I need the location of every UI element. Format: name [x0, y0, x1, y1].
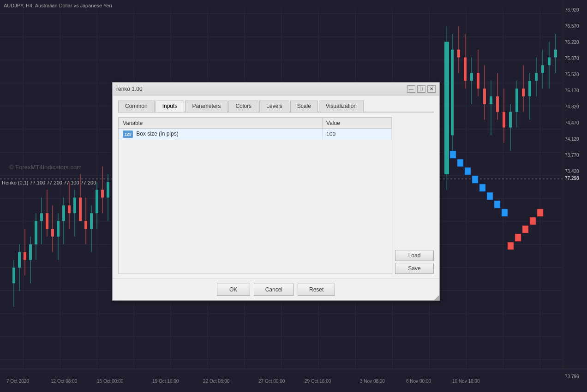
dialog-footer: OK Cancel Reset: [113, 279, 439, 300]
ok-button[interactable]: OK: [217, 284, 250, 296]
table-wrapper: Variable Value 123 Box size (in pips): [118, 117, 392, 274]
tab-levels[interactable]: Levels: [259, 101, 289, 112]
dialog-body: Common Inputs Parameters Colors Levels S…: [113, 95, 439, 279]
content-area: Variable Value 123 Box size (in pips): [118, 117, 434, 274]
cancel-button[interactable]: Cancel: [254, 284, 294, 296]
table-container: Variable Value 123 Box size (in pips): [118, 117, 392, 274]
tab-visualization[interactable]: Visualization: [319, 101, 364, 112]
var-type-icon: 123: [123, 131, 133, 138]
tab-scale[interactable]: Scale: [290, 101, 318, 112]
value-cell[interactable]: 100: [323, 129, 392, 140]
dialog-title: renko 1.00: [116, 86, 143, 92]
close-button[interactable]: ✕: [427, 85, 436, 93]
reset-button[interactable]: Reset: [298, 284, 335, 296]
maximize-button[interactable]: □: [417, 85, 425, 93]
table-scroll[interactable]: Variable Value 123 Box size (in pips): [119, 118, 392, 273]
col-value-header: Value: [323, 118, 392, 129]
dialog-titlebar: renko 1.00 — □ ✕: [113, 83, 439, 95]
save-button[interactable]: Save: [395, 263, 434, 274]
right-buttons: Load Save: [392, 117, 434, 274]
tab-parameters[interactable]: Parameters: [185, 101, 228, 112]
load-button[interactable]: Load: [395, 250, 434, 261]
col-variable-header: Variable: [119, 118, 323, 129]
tab-bar: Common Inputs Parameters Colors Levels S…: [118, 100, 434, 113]
dialog-overlay: renko 1.00 — □ ✕ Common Inputs Parameter…: [0, 0, 587, 392]
table-row[interactable]: 123 Box size (in pips) 100: [119, 129, 392, 140]
dialog-controls: — □ ✕: [407, 85, 436, 93]
tab-colors[interactable]: Colors: [228, 101, 258, 112]
inputs-table: Variable Value 123 Box size (in pips): [119, 118, 392, 140]
resize-handle[interactable]: [434, 295, 439, 300]
variable-name: Box size (in pips): [136, 131, 178, 137]
tab-inputs[interactable]: Inputs: [156, 101, 185, 112]
tab-common[interactable]: Common: [118, 101, 155, 112]
minimize-button[interactable]: —: [407, 85, 415, 93]
dialog-window: renko 1.00 — □ ✕ Common Inputs Parameter…: [112, 82, 440, 301]
variable-cell: 123 Box size (in pips): [119, 129, 323, 140]
